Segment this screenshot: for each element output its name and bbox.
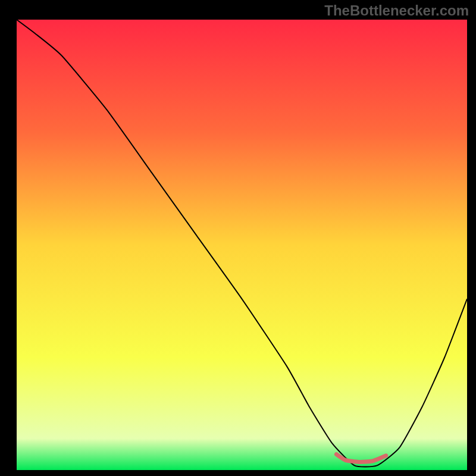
chart-container: TheBottleneсker.com: [0, 0, 476, 476]
chart-background: [17, 20, 467, 470]
bottleneck-chart: [0, 0, 476, 476]
watermark-text: TheBottleneсker.com: [324, 2, 469, 19]
